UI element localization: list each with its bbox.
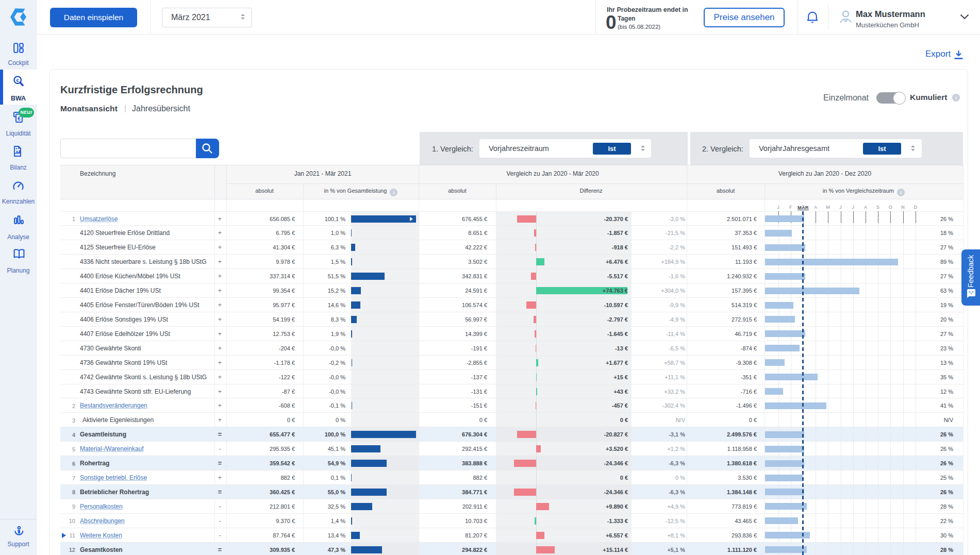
svg-text:€: € xyxy=(16,77,20,83)
